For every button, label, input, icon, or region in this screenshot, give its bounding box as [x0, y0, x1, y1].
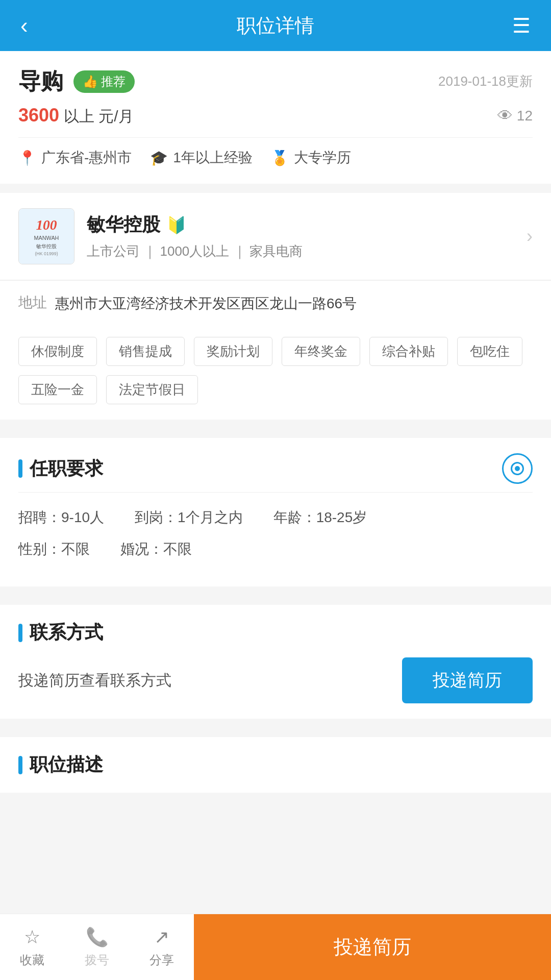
tag-vacation: 休假制度 — [18, 337, 97, 366]
svg-text:(HK 01999): (HK 01999) — [35, 251, 58, 256]
call-label: 拨号 — [85, 952, 109, 968]
address-text: 惠州市大亚湾经济技术开发区西区龙山一路66号 — [55, 293, 357, 314]
job-title: 导购 — [18, 66, 63, 96]
location-meta: 📍 广东省-惠州市 — [18, 148, 132, 167]
phone-icon: 📞 — [86, 926, 109, 948]
header: ‹ 职位详情 ☰ — [0, 0, 551, 51]
company-type: 上市公司 — [87, 243, 140, 259]
address-section: 地址 惠州市大亚湾经济技术开发区西区龙山一路66号 — [0, 280, 551, 327]
req-row-2: 性别：不限 婚况：不限 — [18, 540, 533, 559]
tag-meals: 包吃住 — [457, 337, 522, 366]
divider-3 — [0, 586, 551, 596]
salary-unit: 以上 元/月 — [64, 108, 134, 125]
bottom-bar: ☆ 收藏 📞 拨号 ↗ 分享 投递简历 — [0, 914, 551, 980]
company-industry: 家具电商 — [249, 243, 303, 259]
company-logo-svg: 100 MANWAH 敏华控股 (HK 01999) — [18, 209, 74, 264]
location-icon: 📍 — [18, 150, 36, 166]
divider-1 — [0, 184, 551, 193]
requirements-header: 任职要求 — [18, 453, 533, 493]
company-size: 1000人以上 — [160, 243, 229, 259]
req-arrival: 到岗：1个月之内 — [135, 508, 243, 527]
location-text: 广东省-惠州市 — [41, 148, 132, 167]
contact-title-row: 联系方式 — [18, 620, 533, 645]
description-bar-icon — [18, 756, 22, 774]
section-bar-icon — [18, 459, 22, 478]
company-tags: 上市公司 ｜ 1000人以上 ｜ 家具电商 — [87, 242, 514, 260]
call-button[interactable]: 📞 拨号 — [65, 914, 130, 980]
submit-resume-button-bottom[interactable]: 投递简历 — [194, 914, 551, 980]
recommend-badge: 👍 推荐 — [73, 70, 135, 93]
contact-title: 联系方式 — [30, 620, 103, 645]
contact-bar-icon — [18, 624, 22, 642]
tag-subsidy: 综合补贴 — [369, 337, 448, 366]
requirements-title: 任职要求 — [30, 456, 103, 481]
bottom-actions: ☆ 收藏 📞 拨号 ↗ 分享 — [0, 914, 194, 980]
graduation-icon: 🎓 — [150, 150, 168, 166]
contact-section: 联系方式 投递简历查看联系方式 投递简历 — [0, 605, 551, 719]
svg-text:100: 100 — [36, 217, 57, 233]
req-age: 年龄：18-25岁 — [273, 508, 367, 527]
contact-hint: 投递简历查看联系方式 — [18, 670, 171, 691]
target-dot — [515, 466, 520, 471]
requirements-section: 任职要求 招聘：9-10人 到岗：1个月之内 年龄：18-25岁 性别：不限 婚… — [0, 438, 551, 586]
view-count: 👁 12 — [497, 107, 533, 125]
verified-icon: 🔰 — [166, 215, 187, 235]
company-arrow-icon: › — [527, 226, 533, 247]
thumbs-up-icon: 👍 — [83, 75, 98, 89]
update-date: 2019-01-18更新 — [438, 72, 533, 90]
company-logo: 100 MANWAH 敏华控股 (HK 01999) — [18, 208, 74, 264]
eye-icon: 👁 — [497, 107, 513, 125]
bottom-spacer — [0, 793, 551, 859]
req-gender: 性别：不限 — [18, 540, 90, 559]
contact-body: 投递简历查看联系方式 投递简历 — [18, 657, 533, 703]
salary-amount: 3600 — [18, 105, 59, 126]
share-button[interactable]: ↗ 分享 — [129, 914, 194, 980]
req-marriage: 婚况：不限 — [120, 540, 192, 559]
svg-text:MANWAH: MANWAH — [34, 235, 59, 241]
address-label: 地址 — [18, 293, 47, 312]
target-icon — [502, 453, 533, 484]
share-icon: ↗ — [154, 926, 169, 948]
back-button[interactable]: ‹ — [20, 13, 28, 38]
req-hiring: 招聘：9-10人 — [18, 508, 104, 527]
tag-incentive: 奖励计划 — [194, 337, 272, 366]
divider-4 — [0, 719, 551, 728]
divider-2 — [0, 420, 551, 429]
collect-button[interactable]: ☆ 收藏 — [0, 914, 65, 980]
tags-row: 休假制度 销售提成 奖励计划 年终奖金 综合补贴 包吃住 五险一金 法定节假日 — [18, 337, 533, 404]
star-icon: ☆ — [24, 926, 40, 948]
job-title-section: 导购 👍 推荐 2019-01-18更新 3600 以上 元/月 👁 12 📍 … — [0, 51, 551, 184]
share-label: 分享 — [149, 952, 174, 968]
menu-button[interactable]: ☰ — [512, 14, 531, 37]
tag-holidays: 法定节假日 — [106, 375, 198, 404]
badge-icon: 🏅 — [271, 150, 289, 166]
submit-resume-button-contact[interactable]: 投递简历 — [402, 657, 533, 703]
tag-commission: 销售提成 — [106, 337, 185, 366]
tag-year-bonus: 年终奖金 — [282, 337, 360, 366]
tag-insurance: 五险一金 — [18, 375, 97, 404]
description-title: 职位描述 — [30, 752, 103, 777]
section-title-row: 任职要求 — [18, 456, 103, 481]
recommend-label: 推荐 — [101, 74, 126, 90]
tags-section: 休假制度 销售提成 奖励计划 年终奖金 综合补贴 包吃住 五险一金 法定节假日 — [0, 327, 551, 420]
svg-text:敏华控股: 敏华控股 — [36, 243, 57, 249]
company-section[interactable]: 100 MANWAH 敏华控股 (HK 01999) 敏华控股 🔰 上市公司 ｜… — [0, 193, 551, 280]
collect-label: 收藏 — [20, 952, 44, 968]
education-meta: 🏅 大专学历 — [271, 148, 351, 167]
description-title-row: 职位描述 — [18, 752, 533, 777]
experience-text: 1年以上经验 — [173, 148, 253, 167]
page-title: 职位详情 — [237, 13, 314, 39]
company-name: 敏华控股 — [87, 212, 160, 237]
experience-meta: 🎓 1年以上经验 — [150, 148, 253, 167]
req-row-1: 招聘：9-10人 到岗：1个月之内 年龄：18-25岁 — [18, 508, 533, 527]
view-number: 12 — [517, 108, 533, 124]
description-section: 职位描述 — [0, 737, 551, 793]
company-info: 敏华控股 🔰 上市公司 ｜ 1000人以上 ｜ 家具电商 — [87, 212, 514, 260]
education-text: 大专学历 — [294, 148, 351, 167]
